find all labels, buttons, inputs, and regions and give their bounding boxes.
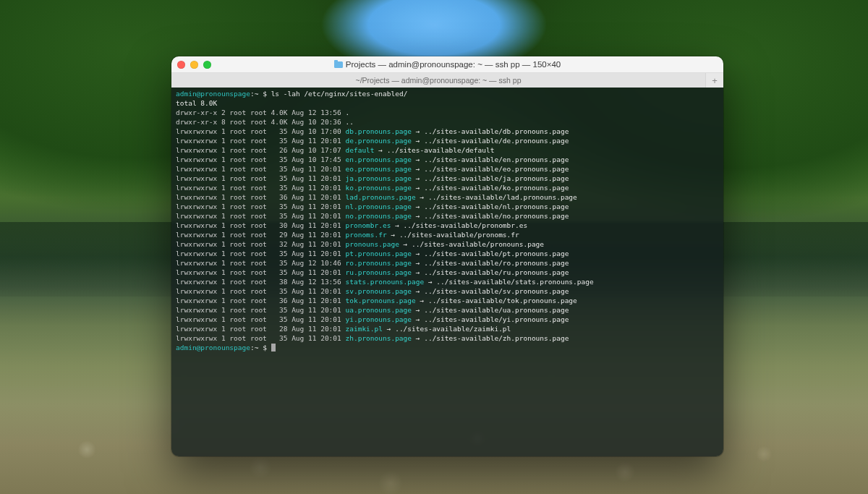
ls-row-target: ../sites-available/tok.pronouns.page	[428, 297, 577, 305]
ls-row-meta: lrwxrwxrwx 1 root root 35 Aug 11 20:01	[176, 203, 346, 210]
ls-row-target: ../sites-available/yi.pronouns.page	[424, 315, 569, 323]
arrow-icon: →	[416, 193, 428, 201]
ls-row: lrwxrwxrwx 1 root root 35 Aug 11 20:01 d…	[176, 136, 719, 145]
ls-row-name: ko.pronouns.page	[346, 184, 412, 192]
close-icon[interactable]	[177, 61, 185, 69]
prompt-dollar: $	[263, 90, 267, 98]
add-tab-button[interactable]: +	[706, 73, 723, 88]
tab-strip: ~/Projects — admin@pronounspage: ~ — ssh…	[171, 72, 723, 88]
ls-row: drwxr-xr-x 8 root root 4.0K Aug 10 20:36…	[176, 117, 719, 127]
ls-row-meta: lrwxrwxrwx 1 root root 35 Aug 12 10:46	[176, 259, 346, 267]
ls-row-target: ../sites-available/stats.pronouns.page	[436, 278, 593, 286]
arrow-icon: →	[412, 174, 424, 182]
ls-row-name: yi.pronouns.page	[346, 315, 412, 323]
ls-row-target: ../sites-available/ro.pronouns.page	[424, 259, 569, 267]
arrow-icon: →	[399, 240, 412, 248]
prompt-user: admin@pronounspage	[176, 344, 250, 352]
ls-row-meta: lrwxrwxrwx 1 root root 35 Aug 10 17:45	[176, 156, 346, 163]
ls-row-target: ../sites-available/no.pronouns.page	[424, 212, 569, 220]
ls-row: lrwxrwxrwx 1 root root 35 Aug 11 20:01 u…	[176, 305, 719, 315]
ls-row-meta: lrwxrwxrwx 1 root root 28 Aug 11 20:01	[176, 325, 346, 333]
ls-row-name: pronombr.es	[346, 221, 391, 229]
window-title-rest: — admin@pronounspage: ~ — ssh pp — 150×4…	[375, 60, 561, 69]
ls-row-name: zaimki.pl	[346, 325, 383, 333]
ls-row-name: zh.pronouns.page	[346, 334, 412, 342]
ls-row-name: default	[346, 146, 375, 154]
prompt-dollar: $	[263, 344, 267, 352]
ls-row-name: pronoms.fr	[346, 231, 387, 239]
total-line: total 8.0K	[176, 98, 719, 108]
ls-row-name: ua.pronouns.page	[346, 306, 412, 314]
ls-row: lrwxrwxrwx 1 root root 30 Aug 11 20:01 p…	[176, 221, 719, 230]
arrow-icon: →	[412, 287, 424, 295]
ls-row: lrwxrwxrwx 1 root root 35 Aug 11 20:01 s…	[176, 286, 719, 296]
arrow-icon: →	[412, 156, 424, 163]
terminal-tab[interactable]: ~/Projects — admin@pronounspage: ~ — ssh…	[171, 73, 706, 88]
ls-row-meta: lrwxrwxrwx 1 root root 36 Aug 11 20:01	[176, 193, 346, 201]
ls-row: lrwxrwxrwx 1 root root 35 Aug 12 10:46 r…	[176, 258, 719, 268]
arrow-icon: →	[424, 278, 436, 286]
arrow-icon: →	[412, 203, 424, 210]
ls-row-meta: lrwxrwxrwx 1 root root 35 Aug 11 20:01	[176, 250, 346, 257]
ls-row-meta: lrwxrwxrwx 1 root root 35 Aug 11 20:01	[176, 334, 346, 342]
plus-icon: +	[712, 75, 718, 86]
arrow-icon: →	[412, 184, 424, 192]
ls-row: lrwxrwxrwx 1 root root 36 Aug 11 20:01 l…	[176, 192, 719, 202]
minimize-icon[interactable]	[190, 61, 198, 69]
ls-row-meta: lrwxrwxrwx 1 root root 35 Aug 11 20:01	[176, 268, 346, 276]
ls-row-target: ../sites-available/pronouns.page	[412, 240, 544, 248]
traffic-lights	[177, 61, 211, 69]
titlebar[interactable]: Projects — admin@pronounspage: ~ — ssh p…	[171, 56, 723, 72]
ls-row-target: ../sites-available/ru.pronouns.page	[424, 268, 569, 276]
ls-row-name: db.pronouns.page	[346, 127, 412, 135]
arrow-icon: →	[412, 315, 424, 323]
ls-row: lrwxrwxrwx 1 root root 35 Aug 10 17:45 e…	[176, 155, 719, 164]
arrow-icon: →	[375, 146, 387, 154]
ls-row-meta: drwxr-xr-x 8 root root 4.0K Aug 10 20:36	[176, 118, 346, 126]
ls-row-name: eo.pronouns.page	[346, 165, 412, 173]
ls-row-meta: lrwxrwxrwx 1 root root 32 Aug 11 20:01	[176, 240, 346, 248]
ls-row-target: ../sites-available/eo.pronouns.page	[424, 165, 569, 173]
ls-row-meta: drwxr-xr-x 2 root root 4.0K Aug 12 13:56	[176, 108, 346, 116]
ls-row-name: no.pronouns.page	[346, 212, 412, 220]
ls-row-target: ../sites-available/ko.pronouns.page	[424, 184, 569, 192]
ls-row-target: ../sites-available/pt.pronouns.page	[424, 250, 569, 257]
ls-row-name: .	[346, 108, 350, 116]
ls-row-target: ../sites-available/lad.pronouns.page	[428, 193, 577, 201]
ls-row: lrwxrwxrwx 1 root root 32 Aug 11 20:01 p…	[176, 239, 719, 249]
arrow-icon: →	[412, 268, 424, 276]
ls-row-meta: lrwxrwxrwx 1 root root 35 Aug 11 20:01	[176, 315, 346, 323]
ls-row: drwxr-xr-x 2 root root 4.0K Aug 12 13:56…	[176, 108, 719, 117]
ls-row-name: pronouns.page	[346, 240, 399, 248]
terminal-body[interactable]: admin@pronounspage:~ $ ls -lah /etc/ngin…	[171, 88, 723, 456]
ls-row-name: sv.pronouns.page	[346, 287, 412, 295]
arrow-icon: →	[412, 259, 424, 267]
ls-row: lrwxrwxrwx 1 root root 35 Aug 11 20:01 n…	[176, 202, 719, 211]
ls-row: lrwxrwxrwx 1 root root 35 Aug 11 20:01 z…	[176, 333, 719, 343]
prompt-line-1: admin@pronounspage:~ $ ls -lah /etc/ngin…	[176, 89, 719, 98]
ls-row-meta: lrwxrwxrwx 1 root root 35 Aug 11 20:01	[176, 306, 346, 314]
ls-row: lrwxrwxrwx 1 root root 35 Aug 11 20:01 k…	[176, 183, 719, 192]
arrow-icon: →	[383, 325, 395, 333]
ls-row-name: ro.pronouns.page	[346, 259, 412, 267]
ls-row-target: ../sites-available/de.pronouns.page	[424, 137, 569, 145]
ls-row: lrwxrwxrwx 1 root root 29 Aug 11 20:01 p…	[176, 230, 719, 239]
ls-row-meta: lrwxrwxrwx 1 root root 35 Aug 11 20:01	[176, 287, 346, 295]
ls-row: lrwxrwxrwx 1 root root 35 Aug 11 20:01 n…	[176, 211, 719, 221]
ls-row-name: tok.pronouns.page	[346, 297, 416, 305]
terminal-tab-label: ~/Projects — admin@pronounspage: ~ — ssh…	[356, 76, 522, 85]
arrow-icon: →	[412, 212, 424, 220]
ls-row: lrwxrwxrwx 1 root root 35 Aug 11 20:01 r…	[176, 268, 719, 277]
ls-row-target: ../sites-available/db.pronouns.page	[424, 127, 569, 135]
ls-row: lrwxrwxrwx 1 root root 35 Aug 11 20:01 p…	[176, 249, 719, 258]
window-title-folder: Projects	[346, 60, 376, 69]
ls-row-meta: lrwxrwxrwx 1 root root 35 Aug 10 17:00	[176, 127, 346, 135]
ls-row-name: en.pronouns.page	[346, 156, 412, 163]
arrow-icon: →	[412, 137, 424, 145]
ls-row-target: ../sites-available/nl.pronouns.page	[424, 203, 569, 210]
ls-row-meta: lrwxrwxrwx 1 root root 35 Aug 11 20:01	[176, 174, 346, 182]
folder-icon	[334, 61, 343, 68]
ls-row: lrwxrwxrwx 1 root root 36 Aug 11 20:01 t…	[176, 296, 719, 305]
ls-row-meta: lrwxrwxrwx 1 root root 29 Aug 11 20:01	[176, 231, 346, 239]
maximize-icon[interactable]	[203, 61, 211, 69]
